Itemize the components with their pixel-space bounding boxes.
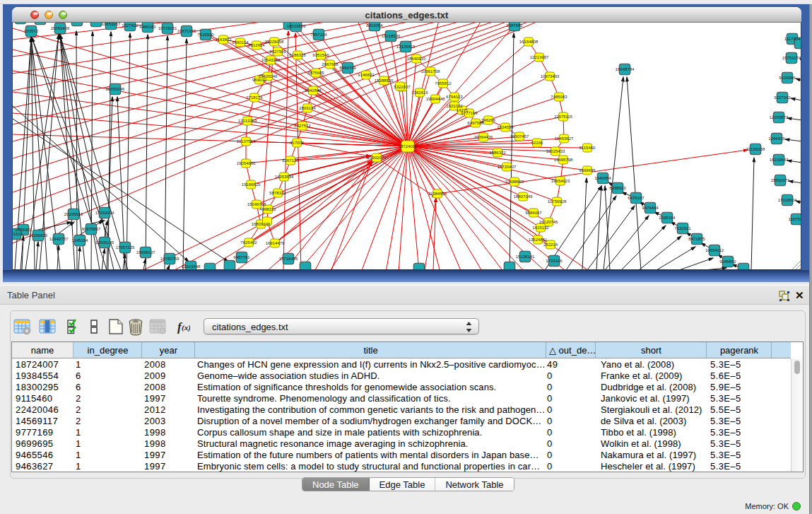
svg-text:20364436: 20364436 [474, 135, 493, 139]
svg-text:15751074: 15751074 [782, 56, 801, 60]
svg-text:62160: 62160 [531, 141, 543, 145]
svg-text:16914479: 16914479 [266, 241, 285, 245]
svg-text:1145194: 1145194 [72, 238, 89, 243]
svg-text:19463627: 19463627 [555, 136, 574, 141]
svg-text:1527602: 1527602 [122, 23, 139, 28]
svg-text:13524851: 13524851 [529, 238, 548, 242]
svg-text:20053346: 20053346 [106, 87, 125, 91]
svg-text:1640954: 1640954 [594, 176, 611, 180]
svg-text:10756928: 10756928 [548, 199, 567, 204]
svg-text:16120746: 16120746 [539, 220, 558, 224]
svg-text:10719151: 10719151 [158, 26, 177, 30]
svg-text:9457791: 9457791 [233, 255, 250, 259]
svg-text:11384554: 11384554 [428, 192, 447, 196]
svg-text:1733426: 1733426 [546, 259, 563, 263]
svg-text:18807249: 18807249 [514, 194, 533, 199]
svg-text:16648784: 16648784 [616, 67, 635, 71]
svg-text:2718176: 2718176 [246, 95, 263, 100]
svg-text:12093872: 12093872 [770, 115, 789, 119]
svg-text:10973493: 10973493 [541, 74, 560, 78]
svg-text:6794023: 6794023 [446, 95, 463, 99]
svg-text:7632621: 7632621 [674, 226, 691, 230]
svg-text:7625402: 7625402 [240, 240, 257, 245]
svg-text:991534: 991534 [13, 232, 23, 236]
svg-text:9474444: 9474444 [642, 206, 659, 210]
svg-text:9684067: 9684067 [525, 211, 542, 215]
svg-text:10307457: 10307457 [510, 134, 529, 139]
svg-text:7857224: 7857224 [310, 33, 327, 37]
svg-text:969012: 969012 [252, 78, 267, 82]
svg-text:7485063: 7485063 [551, 95, 567, 99]
svg-text:417006: 417006 [290, 141, 305, 145]
svg-text:8267130: 8267130 [282, 158, 299, 163]
svg-text:746266: 746266 [481, 118, 496, 122]
svg-text:1986322: 1986322 [489, 151, 506, 155]
svg-text:9146821: 9146821 [358, 73, 375, 77]
svg-text:1362615: 1362615 [411, 90, 428, 95]
svg-text:1615132: 1615132 [532, 226, 549, 230]
svg-text:1117304: 1117304 [784, 37, 801, 41]
svg-text:5322037: 5322037 [394, 85, 411, 89]
svg-text:15388520: 15388520 [375, 78, 394, 83]
svg-text:8471875: 8471875 [688, 237, 705, 241]
svg-text:7955812: 7955812 [435, 81, 452, 86]
svg-text:16809346: 16809346 [252, 222, 271, 226]
svg-text:10654112: 10654112 [705, 248, 724, 252]
svg-text:10025433: 10025433 [546, 149, 565, 153]
svg-text:7163822: 7163822 [215, 37, 232, 42]
svg-text:23226058: 23226058 [265, 40, 284, 44]
svg-text:17353934: 17353934 [95, 211, 114, 215]
svg-text:12213363: 12213363 [238, 119, 257, 123]
svg-text:16782759: 16782759 [160, 257, 180, 261]
svg-text:9342848: 9342848 [305, 88, 322, 93]
svg-text:5875685: 5875685 [307, 71, 324, 75]
svg-text:12505135: 12505135 [95, 240, 114, 245]
svg-text:9245652: 9245652 [719, 259, 736, 264]
svg-text:10961758: 10961758 [421, 69, 440, 74]
svg-text:18640910: 18640910 [407, 57, 426, 61]
svg-text:(x): (x) [182, 323, 190, 332]
svg-text:8427512: 8427512 [294, 124, 311, 128]
svg-text:19218506: 19218506 [382, 34, 401, 38]
svg-text:19958107: 19958107 [136, 250, 155, 255]
svg-text:16210643: 16210643 [770, 158, 789, 162]
svg-text:12942757: 12942757 [49, 237, 69, 241]
svg-text:15692971: 15692971 [771, 178, 790, 182]
svg-text:15716485: 15716485 [279, 257, 298, 261]
svg-text:19654923: 19654923 [551, 179, 570, 183]
svg-text:18724007: 18724007 [399, 144, 418, 148]
svg-text:9699695: 9699695 [579, 168, 596, 173]
svg-text:19166825: 19166825 [242, 182, 261, 187]
svg-text:15136141: 15136141 [516, 255, 535, 259]
svg-text:1167531: 1167531 [789, 217, 801, 221]
svg-text:252214: 252214 [543, 243, 558, 247]
svg-text:13325419: 13325419 [396, 45, 416, 49]
svg-text:10688603: 10688603 [505, 180, 524, 184]
svg-text:13495798: 13495798 [554, 158, 573, 162]
svg-text:9129966: 9129966 [779, 76, 796, 80]
svg-text:6466160: 6466160 [139, 25, 156, 29]
svg-text:17957225: 17957225 [116, 245, 135, 250]
svg-text:19904448: 19904448 [426, 97, 445, 101]
svg-text:15720407: 15720407 [498, 165, 517, 169]
svg-text:1244415: 1244415 [768, 136, 785, 141]
svg-text:4998222: 4998222 [259, 207, 276, 211]
svg-text:12213967: 12213967 [530, 55, 549, 59]
svg-text:8660124: 8660124 [232, 40, 249, 45]
svg-text:9227342: 9227342 [774, 95, 791, 100]
svg-text:6479197: 6479197 [628, 196, 645, 200]
svg-text:90975867: 90975867 [82, 227, 101, 231]
svg-text:9777169: 9777169 [461, 111, 478, 115]
svg-text:10107553: 10107553 [237, 139, 256, 144]
svg-text:20206516: 20206516 [64, 212, 83, 216]
svg-text:1624534: 1624534 [497, 125, 514, 129]
svg-text:11975115: 11975115 [554, 115, 572, 119]
svg-text:10653267: 10653267 [102, 23, 121, 26]
svg-text:14353594: 14353594 [275, 175, 294, 179]
svg-text:15046768: 15046768 [247, 202, 266, 206]
svg-text:16154808: 16154808 [519, 40, 539, 44]
svg-text:11156829: 11156829 [29, 233, 47, 238]
svg-text:19054985: 19054985 [237, 161, 256, 165]
svg-text:8938923: 8938923 [609, 186, 626, 190]
svg-text:5878332: 5878332 [269, 191, 286, 195]
